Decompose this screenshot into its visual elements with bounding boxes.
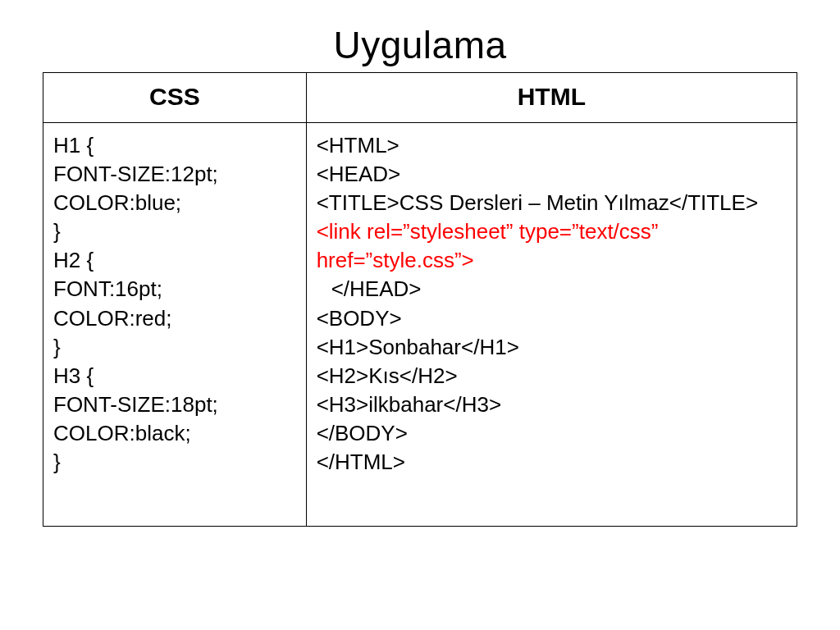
html-line: <HEAD>	[317, 160, 787, 189]
column-header-css: CSS	[43, 73, 307, 123]
table-row: H1 { FONT-SIZE:12pt; COLOR:blue; } H2 { …	[43, 123, 797, 527]
css-line: }	[53, 333, 296, 362]
slide: Uygulama CSS HTML H1 { FONT-SIZE:12pt; C…	[0, 0, 840, 630]
html-line-link: <link rel=”stylesheet” type=”text/css” h…	[317, 217, 787, 275]
html-line: </HEAD>	[317, 275, 787, 304]
html-line: <H2>Kıs</H2>	[317, 362, 787, 390]
html-line: <HTML>	[317, 131, 787, 160]
html-line: <TITLE>CSS Dersleri – Metin Yılmaz</TITL…	[317, 189, 787, 217]
code-table: CSS HTML H1 { FONT-SIZE:12pt; COLOR:blue…	[43, 72, 797, 527]
css-line: FONT-SIZE:18pt;	[53, 390, 296, 419]
html-line: </BODY>	[317, 419, 787, 448]
css-line: FONT-SIZE:12pt;	[53, 160, 296, 189]
css-line: }	[53, 217, 296, 246]
table-header-row: CSS HTML	[43, 73, 797, 123]
css-line: COLOR:red;	[53, 304, 296, 333]
html-code-cell: <HTML> <HEAD> <TITLE>CSS Dersleri – Meti…	[306, 123, 797, 527]
css-line: H1 {	[53, 131, 296, 160]
css-line: COLOR:blue;	[53, 189, 296, 217]
css-line: FONT:16pt;	[53, 275, 296, 304]
css-code-cell: H1 { FONT-SIZE:12pt; COLOR:blue; } H2 { …	[43, 123, 307, 527]
html-line: <BODY>	[317, 304, 787, 333]
css-line: H3 {	[53, 362, 296, 390]
html-line: </HTML>	[317, 448, 787, 477]
html-line: <H3>ilkbahar</H3>	[317, 390, 787, 419]
column-header-html: HTML	[306, 73, 797, 123]
css-line: COLOR:black;	[53, 419, 296, 448]
html-line: <H1>Sonbahar</H1>	[317, 333, 787, 362]
slide-title: Uygulama	[0, 23, 840, 67]
css-line: }	[53, 448, 296, 477]
css-line: H2 {	[53, 246, 296, 275]
